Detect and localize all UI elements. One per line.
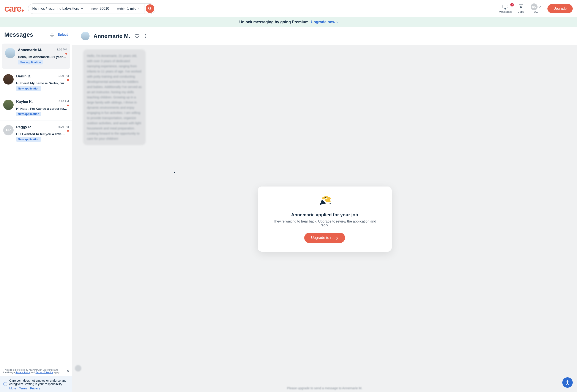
thread-time: 8:06 PM [59, 125, 69, 128]
header: care Nannies / recurring babysitters nea… [0, 0, 577, 17]
thread-name: Peggy R. [16, 125, 32, 129]
blurred-message: Hello, I'm Annemarie, 21 years old, with… [83, 49, 146, 145]
main: Messages Select Annemarie M. 3:09 PM Hel… [0, 27, 577, 392]
thread-tag: New application [18, 60, 43, 65]
bell-icon[interactable] [50, 32, 54, 37]
search-icon [148, 7, 152, 11]
jobs-icon [518, 4, 524, 10]
thread-time: 1:30 PM [59, 74, 69, 77]
close-icon[interactable]: ✕ [66, 368, 70, 373]
info-icon: i [3, 382, 7, 386]
zip-value: 20010 [100, 7, 109, 11]
terms-link[interactable]: Terms [19, 387, 27, 390]
thread-preview: Hi Nate!, I'm Kaylee a career na... [16, 107, 69, 110]
search-bar: Nannies / recurring babysitters near 200… [28, 3, 155, 14]
heart-icon[interactable] [134, 33, 140, 39]
thread-name: Darlin B. [16, 74, 31, 78]
thread-item[interactable]: Darlin B. 1:30 PM Hi there! My name is D… [0, 70, 72, 95]
thread-item[interactable]: PR Peggy R. 8:06 PM Hi I I wanted to tel… [0, 121, 72, 146]
thread-item[interactable]: Annemarie M. 3:09 PM Hello, I'm Annemari… [2, 44, 70, 69]
thread-avatar [5, 48, 15, 58]
chat-input-placeholder: Please upgrade to send a message to Anne… [72, 386, 577, 390]
care-logo[interactable]: care [4, 3, 24, 14]
thread-time: 3:09 PM [57, 48, 67, 51]
unread-dot-icon [65, 53, 67, 55]
unread-dot-icon [67, 79, 69, 81]
search-category[interactable]: Nannies / recurring babysitters [28, 4, 87, 14]
logo-dot-icon [22, 9, 24, 12]
thread-preview: Hi there! My name is Darlin, I'm... [16, 81, 69, 85]
thread-name: Annemarie M. [18, 48, 42, 52]
nav-messages-label: Messages [499, 10, 512, 13]
svg-point-6 [567, 380, 568, 382]
recaptcha-text: the Google [3, 371, 16, 374]
radius-value: 1 mile [127, 7, 136, 11]
banner-upgrade-link[interactable]: Upgrade now › [311, 20, 338, 24]
search-radius[interactable]: within 1 mile [113, 4, 145, 14]
nav-messages[interactable]: 5 Messages [499, 4, 512, 13]
chevron-down-icon [81, 7, 83, 10]
accessibility-button[interactable] [562, 377, 573, 388]
near-label: near [91, 7, 98, 11]
nav-me[interactable]: NA Me [531, 3, 541, 14]
tos-link[interactable]: Terms of Service [36, 371, 53, 374]
logo-text: care [4, 3, 21, 14]
chat-name: Annemarie M. [93, 33, 130, 39]
nav-me-label: Me [534, 11, 538, 14]
chevron-down-icon [138, 7, 141, 10]
chat-panel: Annemarie M. Hello, I'm Annemarie, 21 ye… [72, 27, 577, 392]
blurred-avatar [75, 365, 81, 371]
more-menu-icon[interactable] [144, 33, 147, 39]
disclaimer-bar: i Care.com does not employ or endorse an… [0, 376, 72, 392]
thread-item[interactable]: Kaylee K. 8:26 AM Hi Nate!, I'm Kaylee a… [0, 95, 72, 121]
thread-preview: Hi I I wanted to tell you a little ... [16, 132, 69, 136]
sidebar-header: Messages Select [0, 27, 72, 42]
sidebar: Messages Select Annemarie M. 3:09 PM Hel… [0, 27, 72, 392]
search-location[interactable]: near 20010 [87, 4, 113, 14]
thread-preview: Hello, I'm Annemarie, 21 years ... [18, 55, 67, 59]
thread-name: Kaylee K. [16, 100, 33, 104]
unread-dot-icon [67, 105, 69, 106]
thread-tag: New application [16, 86, 41, 91]
within-label: within [117, 7, 125, 11]
messages-badge: 5 [510, 3, 514, 6]
svg-line-1 [150, 9, 151, 10]
privacy-link[interactable]: Privacy [30, 387, 40, 390]
chevron-down-icon [538, 6, 541, 8]
user-avatar: NA [531, 3, 538, 10]
upgrade-button[interactable]: Upgrade [547, 4, 573, 13]
privacy-policy-link[interactable]: Privacy Policy [16, 371, 30, 374]
thread-tag: New application [16, 112, 41, 116]
svg-point-3 [520, 6, 521, 7]
header-nav: 5 Messages Jobs NA Me Upgrade [499, 3, 573, 14]
recaptcha-text: This site is protected by reCAPTCHA Ente… [3, 368, 58, 371]
recaptcha-notice: ✕ This site is protected by reCAPTCHA En… [0, 366, 72, 376]
unread-dot-icon [67, 130, 69, 132]
chat-body: Hello, I'm Annemarie, 21 years old, with… [72, 45, 577, 392]
thread-avatar: PR [3, 125, 14, 135]
recaptcha-text: apply. [53, 371, 60, 374]
recaptcha-text: and [30, 371, 36, 374]
disclaimer-text: Care.com does not employ or endorse any … [9, 379, 69, 386]
nav-jobs[interactable]: Jobs [518, 4, 524, 13]
svg-point-0 [148, 7, 151, 9]
search-category-value: Nannies / recurring babysitters [32, 7, 79, 11]
more-link[interactable]: More [9, 387, 16, 390]
search-button[interactable] [146, 4, 154, 13]
thread-tag: New application [16, 137, 41, 142]
svg-rect-2 [519, 5, 523, 9]
nav-jobs-label: Jobs [518, 10, 524, 13]
chat-header: Annemarie M. [72, 27, 577, 45]
upgrade-to-reply-button[interactable]: Upgrade to reply [304, 233, 345, 243]
thread-list[interactable]: Annemarie M. 3:09 PM Hello, I'm Annemari… [0, 42, 72, 366]
chat-avatar[interactable] [81, 32, 90, 40]
sidebar-title: Messages [4, 31, 46, 38]
banner-text: Unlock messaging by going Premium. [239, 20, 311, 24]
upgrade-overlay: Annemarie applied for your job They're w… [258, 187, 392, 252]
chat-bubble-icon [502, 4, 508, 10]
cursor-icon: ▴ [174, 170, 176, 174]
select-link[interactable]: Select [58, 33, 68, 37]
premium-banner: Unlock messaging by going Premium. Upgra… [0, 17, 577, 27]
celebration-icon [316, 195, 334, 207]
thread-time: 8:26 AM [59, 100, 69, 103]
